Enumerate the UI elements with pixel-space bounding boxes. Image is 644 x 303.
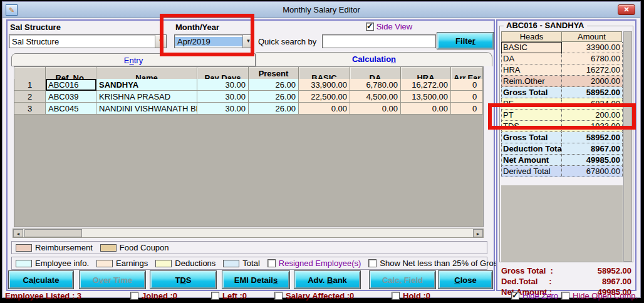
left-checkbox[interactable] — [211, 292, 219, 300]
grid-cell-present-days[interactable]: 26.00 — [249, 103, 299, 115]
head-gross-total[interactable]: Gross Total — [501, 87, 562, 98]
sal-structure-label: Sal Structure — [10, 23, 61, 32]
status-bar: Employee Listed : 3 Joined :0 Left :0 Sa… — [3, 291, 641, 299]
sal-structure-dropdown[interactable]: Sal Structure ▼ — [9, 34, 167, 48]
grid-cell-hra[interactable]: 0.00 — [401, 103, 451, 115]
grid-cell-da[interactable]: 0.00 — [350, 103, 401, 115]
amount-hra[interactable]: 16272.00 — [562, 64, 623, 76]
emi-details-button[interactable]: EMI Details — [222, 271, 289, 289]
amount-net-amount[interactable]: 49985.00 — [562, 155, 623, 166]
close-window-button[interactable]: ✕ — [618, 4, 635, 15]
legend-types-row: Employee info. Earnings Deductions Total… — [11, 257, 487, 270]
salary-affected-checkbox[interactable] — [274, 292, 283, 300]
side-view-checkbox[interactable] — [366, 23, 374, 31]
grid-cell-da[interactable]: 6,780.00 — [350, 79, 401, 91]
grid-cell-name[interactable]: NANDINI VISHWANATH BH — [96, 103, 197, 115]
amount-deduction-total[interactable]: 8967.00 — [562, 143, 623, 155]
window-title: Monthly Salary Editor — [3, 5, 640, 14]
heads-column-header: Heads — [501, 31, 562, 42]
grid-cell-arr-ear[interactable]: 0 — [451, 91, 483, 103]
amount-da[interactable]: 6780.00 — [562, 53, 623, 64]
side-view-panel: ABC016 - SANDHYA Heads Amount BASIC33900… — [496, 19, 636, 291]
close-button[interactable]: Close — [439, 271, 492, 289]
grid-cell-ref[interactable]: ABC016 — [46, 79, 96, 91]
employee-listed-count: Employee Listed : 3 — [5, 291, 81, 300]
grid-cell-basic[interactable]: 22,500.00 — [299, 91, 350, 103]
horizontal-scrollbar[interactable]: ◄ ► — [13, 229, 484, 238]
grid-cell-pay-days[interactable]: 30.00 — [197, 79, 249, 91]
hide-open-comp-option: Hide Open Comp. — [561, 291, 638, 300]
amount-derived-total[interactable]: 67800.00 — [562, 166, 623, 177]
hold-filter: Hold :0 — [392, 291, 430, 300]
employee-group-title: ABC016 - SANDHYA — [504, 21, 587, 30]
grid-cell-basic[interactable]: 0.00 — [299, 103, 350, 115]
grid-cell-ref[interactable]: ABC039 — [46, 91, 96, 103]
total-swatch — [223, 260, 239, 267]
head-deduction-total[interactable]: Deduction Total — [501, 143, 562, 155]
over-time-button: Over Time — [80, 271, 145, 289]
amount-basic[interactable]: 33900.00 — [562, 42, 623, 53]
tds-highlight-annotation — [488, 103, 636, 130]
grid-cell-hra[interactable]: 13,500.00 — [401, 91, 451, 103]
tds-button[interactable]: TDS — [150, 271, 216, 289]
filter-button[interactable]: Filter — [437, 33, 494, 49]
hold-checkbox[interactable] — [392, 292, 400, 300]
hide-open-comp-checkbox[interactable] — [561, 292, 569, 300]
grid-cell-basic[interactable]: 33,900.00 — [299, 79, 350, 91]
head-reim-other[interactable]: Reim.Other — [501, 76, 562, 87]
earnings-swatch — [96, 260, 113, 267]
amount-gross-total-2[interactable]: 58952.00 — [562, 132, 623, 143]
row-number[interactable]: 2 — [14, 91, 46, 103]
grid-cell-name[interactable]: KRISHNA PRASAD — [96, 91, 197, 103]
head-da[interactable]: DA — [501, 53, 562, 64]
hide-zero-checkbox[interactable] — [511, 292, 519, 300]
button-row: Calculate Over Time TDS EMI Details Adv.… — [8, 271, 494, 290]
scrollbar-thumb[interactable] — [24, 229, 82, 237]
quick-search-input[interactable] — [322, 34, 436, 48]
legend-reimbursement-row: Reimbursement Food Coupon — [11, 241, 487, 254]
tab-calculation[interactable]: Calculation — [256, 52, 492, 66]
vertical-scrollbar[interactable] — [623, 31, 632, 262]
calculate-button[interactable]: Calculate — [9, 271, 73, 289]
left-filter: Left :0 — [211, 291, 247, 300]
grid-cell-da[interactable]: 4,500.00 — [350, 91, 401, 103]
ded-total-value: 8967.00 — [602, 277, 631, 287]
grid-cell-present-days[interactable]: 26.00 — [249, 79, 299, 91]
grid-cell-arr-ear[interactable]: 0 — [451, 103, 483, 115]
reimbursement-label: Reimbursement — [35, 243, 93, 252]
resigned-employees-checkbox[interactable] — [267, 259, 276, 267]
total-label: Total — [242, 259, 259, 268]
grid-cell-hra[interactable]: 16,272.00 — [401, 79, 451, 91]
resigned-employees-label: Resigned Employee(s) — [279, 259, 361, 268]
employee-salary-groupbox: ABC016 - SANDHYA Heads Amount BASIC33900… — [499, 26, 633, 262]
adv-bank-button[interactable]: Adv. Bank — [294, 271, 360, 289]
grid-cell-pay-days[interactable]: 30.00 — [197, 103, 249, 115]
grid-cell-name[interactable]: SANDHYA — [96, 79, 197, 91]
head-net-amount[interactable]: Net Amount — [501, 155, 562, 166]
head-derived-total[interactable]: Derived Total — [501, 166, 562, 177]
gross-total-label: Gross Total : — [501, 266, 553, 277]
head-hra[interactable]: HRA — [501, 64, 562, 76]
amount-reim-other[interactable]: 2000.00 — [562, 76, 623, 87]
scroll-right-icon[interactable]: ► — [473, 229, 483, 237]
hide-zero-option: Hide Zero — [511, 291, 558, 300]
grid-cell-present-days[interactable]: 26.00 — [249, 91, 299, 103]
title-bar: ✎ Monthly Salary Editor ✕ — [3, 2, 640, 18]
grid-cell-pay-days[interactable]: 30.00 — [197, 91, 249, 103]
show-net-checkbox[interactable] — [368, 259, 377, 267]
head-basic[interactable]: BASIC — [501, 42, 562, 53]
sal-structure-value: Sal Structure — [9, 37, 155, 46]
deductions-swatch — [155, 260, 172, 267]
grid-cell-ref[interactable]: ABC045 — [46, 103, 96, 115]
row-number[interactable]: 1 — [14, 79, 46, 91]
food-coupon-swatch — [100, 244, 117, 252]
head-gross-total-2[interactable]: Gross Total — [501, 132, 562, 143]
row-number[interactable]: 3 — [14, 103, 46, 115]
show-net-label: Show Net less than 25% of Gross in — [380, 259, 510, 268]
joined-checkbox[interactable] — [130, 292, 138, 300]
grid-cell-arr-ear[interactable]: 0 — [451, 79, 483, 91]
month-year-highlight-annotation — [160, 14, 254, 56]
scroll-left-icon[interactable]: ◄ — [13, 229, 23, 237]
amount-gross-total[interactable]: 58952.00 — [562, 87, 623, 98]
reimbursement-swatch — [16, 244, 32, 252]
